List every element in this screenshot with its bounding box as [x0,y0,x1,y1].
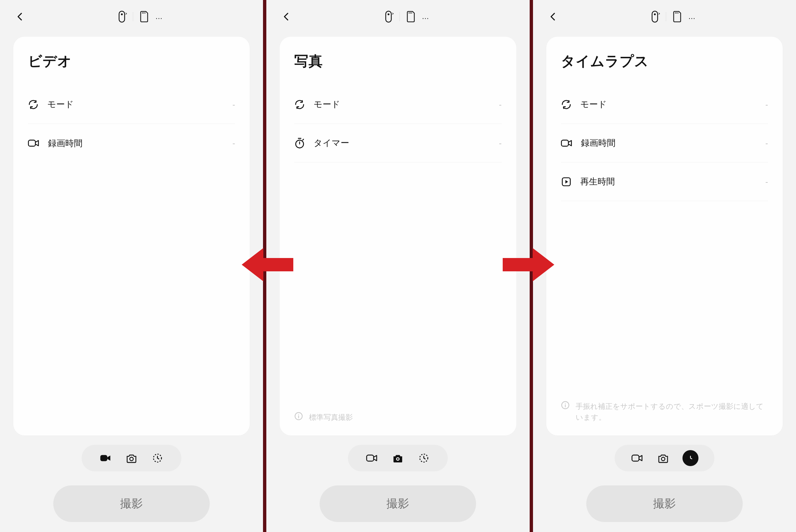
cycle-icon [294,99,305,110]
shoot-button[interactable]: 撮影 [53,486,210,522]
svg-rect-19 [561,140,568,146]
setting-label: 再生時間 [580,176,615,187]
setting-value: - [499,100,502,109]
sdcard-icon [406,11,416,22]
cycle-icon [28,99,39,110]
more-icon[interactable]: … [422,12,430,21]
card-title: 写真 [294,52,501,71]
setting-mode[interactable]: モード - [561,85,768,124]
info-text: 手振れ補正をサポートするので、スポーツ撮影に適しています。 [575,401,768,423]
status-divider [133,12,133,21]
more-icon[interactable]: … [688,12,696,21]
setting-value: - [499,138,502,148]
mode-switch [348,445,448,471]
mode-video-icon[interactable] [365,452,379,465]
svg-rect-4 [100,455,107,461]
setting-label: タイマー [314,137,349,149]
mode-timelapse-icon[interactable] [417,452,431,465]
info-note: 手振れ補正をサポートするので、スポーツ撮影に適しています。 [561,394,768,425]
sdcard-icon [139,11,149,22]
svg-rect-7 [385,11,391,22]
shoot-button[interactable]: 撮影 [320,486,476,522]
mode-timelapse-icon[interactable] [682,450,699,466]
svg-rect-12 [367,455,374,461]
screen-timelapse: × … タイムラプス モード - [533,0,796,532]
back-button[interactable] [280,10,293,23]
setting-value: - [232,100,235,109]
info-icon [561,401,570,410]
settings-card: ビデオ モード - 録画時間 - [13,37,250,435]
settings-card: 写真 モード - タイマー - 標準写真撮影 [280,37,516,435]
svg-rect-22 [632,455,639,461]
status-divider [666,12,666,21]
setting-label: モード [47,98,74,110]
setting-label: 録画時間 [581,137,615,149]
setting-record-time[interactable]: 録画時間 - [28,124,235,163]
setting-record-time[interactable]: 録画時間 - [561,124,768,163]
back-button[interactable] [546,10,560,23]
mode-switch [81,445,182,471]
status-icons: × … [117,11,163,23]
shoot-label: 撮影 [386,496,409,511]
mode-video-icon[interactable] [99,452,112,465]
device-disconnected-icon: × [650,11,660,23]
timer-icon [294,137,305,149]
status-icons: × … [650,11,696,23]
mode-photo-icon[interactable] [657,452,670,465]
info-icon [294,412,303,420]
device-disconnected-icon: × [383,11,394,23]
info-note: 標準写真撮影 [294,405,501,425]
svg-point-5 [130,457,133,460]
svg-rect-3 [28,140,35,146]
sdcard-icon [672,11,682,22]
swipe-right-arrow-icon [503,245,556,285]
device-disconnected-icon: × [117,11,127,23]
card-title: ビデオ [28,52,235,71]
shoot-label: 撮影 [120,496,143,511]
svg-point-1 [121,13,123,15]
setting-value: - [765,100,768,109]
screen-photo: × … 写真 モード - タイマ [266,0,529,532]
topbar: × … [280,6,516,27]
svg-point-8 [387,13,390,15]
video-icon [561,138,572,148]
shoot-button[interactable]: 撮影 [586,486,743,522]
setting-mode[interactable]: モード - [294,85,501,124]
svg-rect-0 [119,11,125,22]
svg-text:×: × [392,11,393,16]
svg-point-14 [397,458,399,460]
mode-photo-icon[interactable] [125,452,138,465]
mode-photo-icon[interactable] [391,452,404,465]
more-icon[interactable]: … [155,12,163,21]
topbar: × … [546,6,783,27]
setting-label: 録画時間 [48,137,82,149]
settings-card: タイムラプス モード - 録画時間 - 再生時間 - [546,37,783,435]
back-button[interactable] [13,10,26,23]
setting-label: モード [314,98,340,110]
cycle-icon [561,99,572,110]
setting-value: - [765,138,768,148]
play-icon [561,176,572,187]
svg-point-23 [662,457,665,460]
setting-label: モード [580,98,607,110]
svg-rect-16 [652,11,658,22]
card-title: タイムラプス [561,52,768,71]
mode-timelapse-icon[interactable] [151,452,164,465]
svg-point-17 [654,13,656,15]
topbar: × … [13,6,250,27]
status-icons: × … [383,11,430,23]
three-screen-stage: × … ビデオ モード - 録画 [0,0,796,532]
setting-play-time[interactable]: 再生時間 - [561,163,768,201]
shoot-label: 撮影 [653,496,676,511]
info-text: 標準写真撮影 [309,412,353,423]
mode-switch [614,445,715,471]
svg-text:×: × [658,11,660,16]
video-icon [28,138,39,148]
mode-video-icon[interactable] [630,452,644,465]
svg-text:×: × [125,11,127,16]
status-divider [399,12,400,21]
setting-timer[interactable]: タイマー - [294,124,501,163]
setting-value: - [765,177,768,186]
swipe-left-arrow-icon [240,245,293,285]
setting-mode[interactable]: モード - [28,85,235,124]
